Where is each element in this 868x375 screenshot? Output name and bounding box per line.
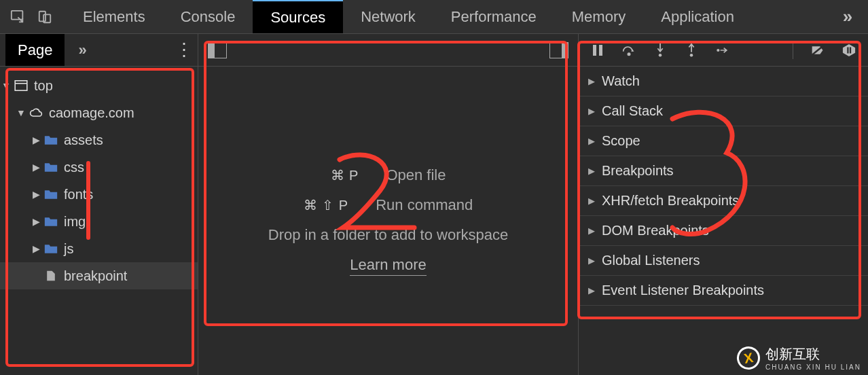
hint-open-file: ⌘ P Open file xyxy=(331,166,446,184)
caret-down-icon xyxy=(15,107,27,118)
accordion-scope[interactable]: Scope xyxy=(579,126,868,156)
learn-more-link[interactable]: Learn more xyxy=(350,256,427,276)
tree-folder-img[interactable]: img xyxy=(0,208,198,235)
debug-toolbar xyxy=(579,34,868,67)
navigator-menu-icon[interactable]: ⋮ xyxy=(175,39,192,60)
tab-network[interactable]: Network xyxy=(343,0,433,33)
tree-folder-js[interactable]: js xyxy=(0,235,198,262)
file-icon xyxy=(42,270,60,281)
sources-panel: Page » ⋮ top caomage.com xyxy=(0,34,868,375)
navigator-header: Page » ⋮ xyxy=(0,34,198,67)
folder-icon xyxy=(42,243,60,254)
editor-panel: ⌘ P Open file ⌘ ⇧ P Run command Drop in … xyxy=(198,34,579,375)
hint-label: Run command xyxy=(376,196,473,214)
more-tabs-button[interactable]: » xyxy=(834,6,861,27)
step-out-icon[interactable] xyxy=(685,43,698,57)
show-navigator-icon[interactable] xyxy=(208,42,227,58)
accordion-call-stack[interactable]: Call Stack xyxy=(579,96,868,126)
tree-top-frame[interactable]: top xyxy=(0,72,198,99)
caret-right-icon xyxy=(30,162,42,173)
caret-right-icon xyxy=(30,189,42,200)
tree-folder-fonts[interactable]: fonts xyxy=(0,181,198,208)
device-mode-icon[interactable] xyxy=(31,0,58,34)
svg-rect-12 xyxy=(847,47,848,53)
navigator-panel: Page » ⋮ top caomage.com xyxy=(0,34,198,375)
folder-icon xyxy=(42,216,60,227)
svg-point-7 xyxy=(628,53,630,55)
tab-memory[interactable]: Memory xyxy=(554,0,643,33)
frame-icon xyxy=(12,80,30,91)
more-navigator-tabs[interactable]: » xyxy=(78,41,85,59)
svg-point-8 xyxy=(659,54,662,57)
tab-console[interactable]: Console xyxy=(163,0,253,33)
tree-file-label: breakpoint xyxy=(64,268,127,284)
tree-folder-css[interactable]: css xyxy=(0,154,198,181)
debugger-accordions: Watch Call Stack Scope Breakpoints XHR/f… xyxy=(579,67,868,375)
folder-icon xyxy=(42,135,60,145)
file-tree: top caomage.com assets css xyxy=(0,67,198,295)
page-tab[interactable]: Page xyxy=(5,34,65,66)
step-into-icon[interactable] xyxy=(653,43,667,57)
tab-sources[interactable]: Sources xyxy=(253,0,343,33)
svg-rect-0 xyxy=(12,10,23,19)
tree-folder-label: img xyxy=(64,214,86,230)
svg-rect-3 xyxy=(15,81,27,90)
cloud-icon xyxy=(27,107,45,118)
kbd-shortcut: ⌘ ⇧ P xyxy=(304,197,348,213)
step-over-icon[interactable] xyxy=(622,43,636,57)
accordion-breakpoints[interactable]: Breakpoints xyxy=(579,156,868,186)
accordion-event-listener-breakpoints[interactable]: Event Listener Breakpoints xyxy=(579,276,868,306)
editor-empty-state: ⌘ P Open file ⌘ ⇧ P Run command Drop in … xyxy=(198,67,578,375)
editor-header xyxy=(198,34,578,67)
toolbar-separator xyxy=(793,41,793,59)
debugger-panel: Watch Call Stack Scope Breakpoints XHR/f… xyxy=(579,34,868,375)
folder-icon xyxy=(42,162,60,173)
caret-down-icon xyxy=(0,80,12,91)
caret-right-icon xyxy=(30,243,42,254)
tree-folder-assets[interactable]: assets xyxy=(0,126,198,154)
accordion-global-listeners[interactable]: Global Listeners xyxy=(579,246,868,276)
tree-top-label: top xyxy=(34,78,53,94)
tab-performance[interactable]: Performance xyxy=(433,0,554,33)
caret-right-icon xyxy=(30,216,42,227)
devtools-tabbar: Elements Console Sources Network Perform… xyxy=(0,0,868,34)
workspace-drop-text: Drop in a folder to add to workspace xyxy=(268,226,508,244)
accordion-watch[interactable]: Watch xyxy=(579,67,868,96)
svg-rect-5 xyxy=(593,45,596,56)
deactivate-breakpoints-icon[interactable] xyxy=(811,43,825,57)
tree-domain[interactable]: caomage.com xyxy=(0,99,198,126)
tree-domain-label: caomage.com xyxy=(49,105,134,121)
svg-point-9 xyxy=(690,54,693,57)
hint-label: Open file xyxy=(386,166,446,184)
tree-folder-label: assets xyxy=(64,132,103,148)
tab-elements[interactable]: Elements xyxy=(65,0,163,33)
pause-on-exceptions-icon[interactable] xyxy=(842,43,856,57)
svg-rect-6 xyxy=(599,45,602,56)
tree-folder-label: css xyxy=(64,160,84,175)
pause-icon[interactable] xyxy=(591,43,604,57)
svg-rect-1 xyxy=(39,11,46,21)
accordion-xhr-fetch-breakpoints[interactable]: XHR/fetch Breakpoints xyxy=(579,186,868,216)
svg-rect-13 xyxy=(850,47,851,53)
inspect-element-icon[interactable] xyxy=(4,0,31,34)
kbd-shortcut: ⌘ P xyxy=(331,167,359,183)
tree-folder-label: js xyxy=(64,241,73,257)
tree-file-breakpoint[interactable]: breakpoint xyxy=(0,262,198,289)
caret-right-icon xyxy=(30,135,42,145)
tree-folder-label: fonts xyxy=(64,187,93,202)
hint-run-command: ⌘ ⇧ P Run command xyxy=(304,196,473,214)
step-icon[interactable] xyxy=(716,43,729,57)
svg-point-10 xyxy=(717,48,719,51)
tab-application[interactable]: Application xyxy=(643,0,752,33)
folder-icon xyxy=(42,189,60,200)
accordion-dom-breakpoints[interactable]: DOM Breakpoints xyxy=(579,216,868,246)
show-debugger-icon[interactable] xyxy=(549,42,568,58)
main-tabs: Elements Console Sources Network Perform… xyxy=(65,0,752,33)
